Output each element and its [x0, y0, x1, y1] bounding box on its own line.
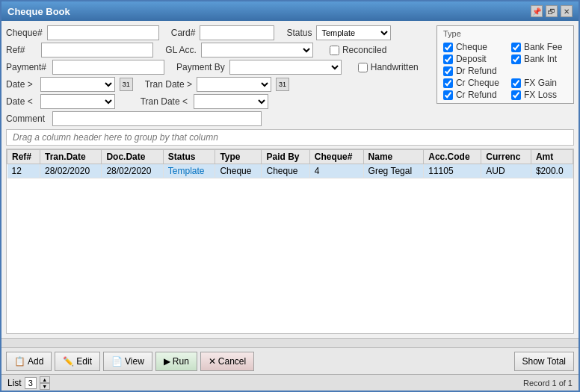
type-cb-deposit[interactable] [443, 55, 453, 64]
type-label-FX Loss: FX Loss [524, 90, 557, 100]
type-cb-cr-cheque[interactable] [443, 78, 453, 88]
type-cb-cr-refund[interactable] [443, 90, 453, 100]
tran-date-gt-select[interactable] [197, 77, 271, 92]
col-header-status[interactable]: Status [163, 150, 215, 164]
cell-status: Template [163, 164, 215, 178]
cell-name: Greg Tegal [363, 164, 424, 178]
type-label-FX Gain: FX Gain [524, 78, 557, 88]
payment-label: Payment# [6, 62, 46, 72]
type-cb-dr-refund[interactable] [443, 66, 453, 76]
type-panel-title: Type [443, 29, 567, 38]
card-input[interactable]: ... [200, 25, 274, 40]
edit-button[interactable]: ✏️ Edit [55, 352, 100, 371]
type-label-Cr Refund: Cr Refund [456, 90, 497, 100]
cancel-icon: ✕ [209, 356, 216, 367]
ref-label: Ref# [6, 45, 25, 55]
date-gt-calendar-btn[interactable]: 31 [120, 78, 133, 91]
date-gt-select[interactable] [40, 77, 115, 92]
date-lt-select[interactable] [40, 94, 115, 109]
type-label-Dr Refund: Dr Refund [456, 66, 497, 76]
cheque-input[interactable] [47, 25, 159, 40]
type-empty [511, 66, 567, 76]
horizontal-scrollbar[interactable] [1, 338, 579, 347]
cell-trandate: 28/02/2020 [40, 164, 102, 178]
data-table: Ref#Tran.DateDoc.DateStatusTypePaid ByCh… [7, 149, 573, 178]
comment-label: Comment [6, 113, 45, 124]
cancel-button[interactable]: ✕ Cancel [200, 352, 254, 371]
type-cb-fx-loss[interactable] [511, 90, 521, 100]
cell-paid by: Cheque [262, 164, 309, 178]
card-label: Card# [171, 28, 196, 38]
run-button[interactable]: ▶ Run [155, 352, 197, 371]
type-cb-bank-fee[interactable] [511, 43, 521, 52]
ref-input[interactable] [41, 43, 153, 57]
restore-button[interactable]: 🗗 [546, 5, 558, 17]
close-button[interactable]: ✕ [561, 5, 573, 17]
title-bar: Cheque Book 📌 🗗 ✕ [1, 1, 579, 21]
edit-icon: ✏️ [63, 356, 74, 367]
filter-section: Cheque# Card# ... Status Template Posted… [6, 25, 574, 126]
bottom-bar: 📋 Add ✏️ Edit 📄 View ▶ Run ✕ Cancel Show… [1, 347, 579, 374]
title-bar-controls: 📌 🗗 ✕ [531, 5, 573, 17]
filter-row-6: Comment [6, 111, 431, 126]
view-button[interactable]: 📄 View [103, 352, 152, 371]
type-cb-row-cr-refund: Cr Refund [443, 90, 499, 100]
add-button[interactable]: 📋 Add [6, 352, 52, 371]
cell-amt: $200.0 [531, 164, 573, 178]
col-header-docdate[interactable]: Doc.Date [102, 150, 163, 164]
status-label: Status [286, 28, 312, 38]
run-icon: ▶ [164, 356, 170, 367]
cheque-label: Cheque# [6, 28, 43, 38]
type-cb-cheque[interactable] [443, 43, 453, 52]
col-header-trandate[interactable]: Tran.Date [40, 150, 102, 164]
col-header-currenc[interactable]: Currenc [481, 150, 531, 164]
show-total-button[interactable]: Show Total [514, 352, 574, 371]
type-cb-row-fx-loss: FX Loss [511, 90, 567, 100]
record-info: Record 1 of 1 [523, 379, 573, 388]
spin-up[interactable]: ▲ [40, 376, 50, 383]
type-cb-row-cr-cheque: Cr Cheque [443, 78, 499, 88]
type-label-Bank Int: Bank Int [524, 54, 557, 64]
window-title: Cheque Book [7, 6, 70, 17]
comment-input[interactable] [52, 111, 262, 126]
cell-type: Cheque [215, 164, 262, 178]
tran-date-gt-calendar-btn[interactable]: 31 [276, 78, 289, 91]
cheque-book-window: Cheque Book 📌 🗗 ✕ Cheque# Card# ... Stat… [0, 0, 580, 392]
col-header-acccode[interactable]: Acc.Code [424, 150, 481, 164]
tran-date-lt-label: Tran Date < [141, 96, 188, 107]
gl-acc-label: GL Acc. [165, 45, 197, 55]
date-lt-label: Date < [6, 96, 33, 107]
payment-input[interactable] [52, 60, 164, 75]
list-spinner[interactable]: ▲ ▼ [40, 376, 50, 390]
type-label-Cr Cheque: Cr Cheque [456, 78, 499, 88]
tran-date-gt-label: Tran Date > [145, 79, 192, 90]
type-panel: Type ChequeBank FeeDepositBank IntDr Ref… [436, 25, 574, 104]
table-row[interactable]: 1228/02/202028/02/2020TemplateChequeCheq… [7, 164, 573, 178]
type-cb-bank-int[interactable] [511, 55, 521, 64]
col-header-name[interactable]: Name [363, 150, 424, 164]
type-cb-fx-gain[interactable] [511, 78, 521, 88]
col-header-cheque[interactable]: Cheque# [309, 150, 363, 164]
reconciled-label: Reconciled [342, 45, 386, 55]
col-header-ref[interactable]: Ref# [7, 150, 40, 164]
type-grid: ChequeBank FeeDepositBank IntDr RefundCr… [443, 42, 567, 100]
gl-acc-select[interactable] [201, 43, 313, 57]
payment-by-select[interactable] [229, 60, 342, 75]
col-header-paid by[interactable]: Paid By [262, 150, 309, 164]
spin-down[interactable]: ▼ [40, 383, 50, 390]
type-cb-row-bank-fee: Bank Fee [511, 42, 567, 52]
tran-date-lt-select[interactable] [194, 94, 268, 109]
table-container[interactable]: Ref#Tran.DateDoc.DateStatusTypePaid ByCh… [6, 149, 574, 334]
list-label: List [7, 378, 22, 388]
cell-currenc: AUD [481, 164, 531, 178]
date-gt-label: Date > [6, 79, 33, 90]
filter-left: Cheque# Card# ... Status Template Posted… [6, 25, 431, 126]
col-header-amt[interactable]: Amt [531, 150, 573, 164]
status-select[interactable]: Template Posted Unposted [316, 25, 391, 40]
content-area: Cheque# Card# ... Status Template Posted… [1, 21, 579, 338]
reconciled-checkbox[interactable] [330, 46, 339, 55]
handwritten-checkbox[interactable] [358, 63, 368, 72]
type-label-Deposit: Deposit [456, 54, 487, 64]
pin-button[interactable]: 📌 [531, 5, 543, 17]
col-header-type[interactable]: Type [215, 150, 262, 164]
